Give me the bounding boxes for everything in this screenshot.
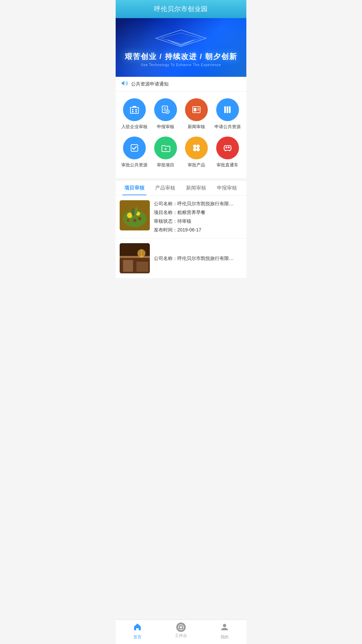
item-thumbnail-2 xyxy=(120,243,150,273)
icon-enterprise-review[interactable]: 入驻企业审核 xyxy=(119,98,150,130)
svg-rect-31 xyxy=(226,147,227,148)
icon-report-review[interactable]: 申报审核 xyxy=(150,98,181,130)
tab-report[interactable]: 申报审核 xyxy=(212,181,242,195)
icon-approve-express[interactable]: 审批直通车 xyxy=(212,137,243,168)
svg-rect-16 xyxy=(194,108,196,111)
svg-point-33 xyxy=(225,150,226,151)
svg-rect-21 xyxy=(227,106,228,113)
interior-image xyxy=(120,243,150,273)
approve-product-label: 审批产品 xyxy=(188,162,205,168)
banner: 艰苦创业 / 持续改进 / 朝夕创新 Use Technology To Enh… xyxy=(116,18,246,77)
svg-point-43 xyxy=(138,217,141,220)
icon-row-2: 审批公共资源 审批项目 审批产品 xyxy=(119,137,243,168)
enterprise-review-icon xyxy=(123,98,146,121)
approve-resource-label: 审批公共资源 xyxy=(121,162,147,168)
svg-point-29 xyxy=(196,148,200,151)
svg-rect-7 xyxy=(133,106,136,108)
approve-project-icon xyxy=(154,137,177,159)
svg-rect-49 xyxy=(136,262,148,272)
item-status-1: 审核状态：待审核 xyxy=(154,218,242,225)
list-item[interactable]: 公司名称：呼伦贝尔市凯悦旅行有限… xyxy=(116,238,246,278)
svg-rect-22 xyxy=(229,106,231,113)
icon-approve-project[interactable]: 审批项目 xyxy=(150,137,181,168)
notice-text: 公共资源申请通知 xyxy=(131,81,169,87)
svg-point-42 xyxy=(127,219,129,222)
news-review-icon xyxy=(185,98,208,121)
item-company-1: 公司名称：呼伦贝尔市凯悦旅行有限… xyxy=(154,200,242,207)
tab-product[interactable]: 产品审核 xyxy=(150,181,181,195)
item-date-1: 发布时间：2019-06-17 xyxy=(154,226,242,233)
report-review-icon xyxy=(154,98,177,121)
approve-express-icon xyxy=(216,137,239,159)
approve-express-label: 审批直通车 xyxy=(217,162,238,168)
svg-rect-50 xyxy=(120,256,150,258)
report-review-label: 申报审核 xyxy=(157,124,174,130)
svg-point-45 xyxy=(135,207,138,214)
icon-approve-product[interactable]: 审批产品 xyxy=(181,137,212,168)
approve-resource-icon xyxy=(123,137,146,159)
svg-point-27 xyxy=(196,145,200,148)
svg-rect-20 xyxy=(224,106,226,113)
tabs-header: 项目审核 产品审核 新闻审核 申报审核 xyxy=(116,181,246,196)
svg-rect-3 xyxy=(132,109,133,110)
icon-grid: 入驻企业审核 申报审核 xyxy=(116,92,246,178)
icon-news-review[interactable]: 新闻审核 xyxy=(181,98,212,130)
banner-diamond-icon xyxy=(154,28,208,50)
icon-approve-resource[interactable]: 审批公共资源 xyxy=(119,137,150,168)
banner-main-text: 艰苦创业 / 持续改进 / 朝夕创新 xyxy=(125,52,238,62)
svg-point-41 xyxy=(133,219,136,222)
svg-point-26 xyxy=(193,145,196,148)
bottom-spacer xyxy=(116,278,246,302)
svg-point-34 xyxy=(229,150,230,151)
item-info-2: 公司名称：呼伦贝尔市凯悦旅行有限… xyxy=(154,243,242,273)
header-title: 呼伦贝尔市创业园 xyxy=(154,5,208,12)
item-project-1: 项目名称：粗粮营养早餐 xyxy=(154,209,242,216)
notice-bar: 公共资源申请通知 xyxy=(116,77,246,92)
icon-row-1: 入驻企业审核 申报审核 xyxy=(119,98,243,130)
news-review-label: 新闻审核 xyxy=(188,124,205,130)
app-header: 呼伦贝尔市创业园 xyxy=(116,0,246,18)
apply-resource-icon xyxy=(216,98,239,121)
svg-rect-30 xyxy=(224,146,231,150)
apply-resource-label: 申请公共资源 xyxy=(215,124,241,130)
item-company-2: 公司名称：呼伦贝尔市凯悦旅行有限… xyxy=(154,255,242,262)
tabs-section: 项目审核 产品审核 新闻审核 申报审核 xyxy=(116,181,246,278)
icon-apply-resource[interactable]: 申请公共资源 xyxy=(212,98,243,130)
speaker-icon xyxy=(121,80,128,88)
tab-news[interactable]: 新闻审核 xyxy=(181,181,212,195)
svg-rect-48 xyxy=(123,260,133,272)
list-item[interactable]: 公司名称：呼伦贝尔市凯悦旅行有限… 项目名称：粗粮营养早餐 审核状态：待审核 发… xyxy=(116,196,246,238)
svg-rect-6 xyxy=(135,111,137,112)
svg-rect-5 xyxy=(132,111,133,112)
item-info-1: 公司名称：呼伦贝尔市凯悦旅行有限… 项目名称：粗粮营养早餐 审核状态：待审核 发… xyxy=(154,200,242,233)
food-image xyxy=(120,200,150,230)
svg-point-28 xyxy=(193,148,196,151)
svg-marker-0 xyxy=(156,30,206,47)
enterprise-review-label: 入驻企业审核 xyxy=(121,124,147,130)
svg-rect-4 xyxy=(135,109,137,110)
svg-rect-2 xyxy=(130,107,138,113)
svg-rect-32 xyxy=(228,147,230,148)
banner-sub-text: Use Technology To Enhance The Experience xyxy=(141,63,221,67)
item-thumbnail-1 xyxy=(120,200,150,230)
tab-project[interactable]: 项目审核 xyxy=(119,181,150,195)
approve-product-icon xyxy=(185,137,208,159)
svg-point-44 xyxy=(131,208,135,216)
approve-project-label: 审批项目 xyxy=(157,162,174,168)
